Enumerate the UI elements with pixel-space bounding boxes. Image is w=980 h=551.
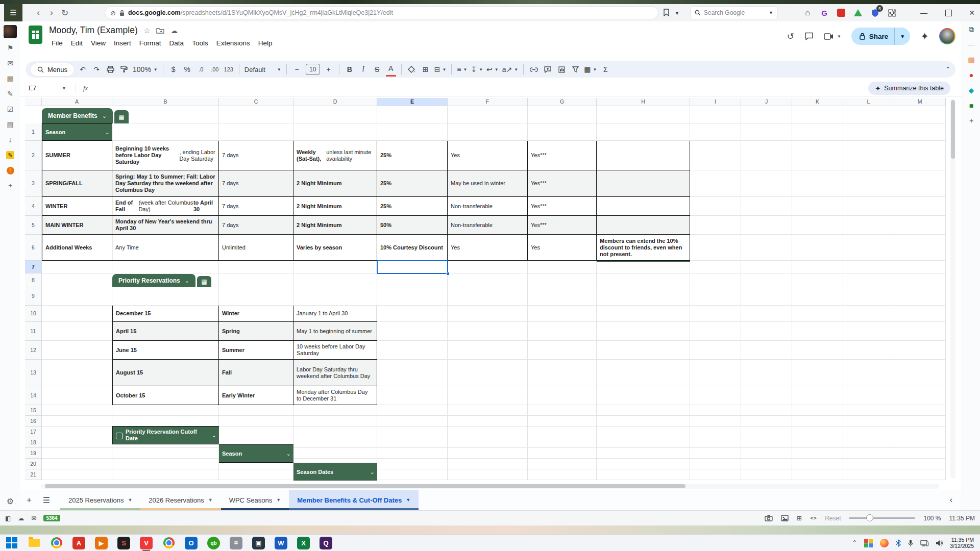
comments-icon[interactable]	[804, 32, 814, 40]
sheet-tab-dropdown[interactable]: ▼	[406, 497, 410, 503]
cell-F8[interactable]	[448, 273, 528, 287]
cell-M1[interactable]	[894, 123, 946, 141]
cell-A16[interactable]	[42, 416, 112, 427]
row-header-19[interactable]: 19	[25, 448, 42, 459]
cell-J21[interactable]	[741, 469, 792, 480]
cell-D2[interactable]: Weekly (Sat-Sat), unless last minute ava…	[293, 141, 377, 170]
horizontal-align-icon[interactable]: ≡▼	[457, 63, 467, 76]
address-bar[interactable]: ⊘ docs.google.com/spreadsheets/d/1SYuQMl…	[105, 6, 658, 19]
zoom-slider-knob[interactable]	[866, 514, 873, 521]
cell-D9[interactable]	[293, 287, 377, 306]
cell-J9[interactable]	[741, 287, 792, 306]
cell-C8[interactable]	[219, 273, 293, 287]
cell-M10[interactable]	[894, 306, 946, 322]
drive-icon[interactable]	[853, 8, 863, 18]
cell-M6[interactable]	[894, 235, 946, 261]
cell-A20[interactable]	[42, 459, 112, 469]
cell-E10[interactable]	[377, 306, 448, 322]
cell-I6[interactable]	[690, 235, 741, 261]
row-header-16[interactable]: 16	[25, 416, 42, 427]
cell-G20[interactable]	[528, 459, 597, 469]
cell-band-J[interactable]	[741, 106, 792, 123]
zoom-reset-label[interactable]: Reset	[825, 515, 841, 522]
cell-E16[interactable]	[377, 416, 448, 427]
page-actions-icon[interactable]: <>	[810, 515, 817, 521]
cell-F19[interactable]	[448, 448, 528, 459]
cell-D8[interactable]	[293, 273, 377, 287]
cell-F21[interactable]	[448, 469, 528, 480]
cell-M16[interactable]	[894, 416, 946, 427]
column-header-I[interactable]: I	[690, 98, 741, 106]
cell-I11[interactable]	[690, 322, 741, 341]
cell-L13[interactable]	[843, 360, 894, 386]
print-icon[interactable]	[105, 63, 115, 76]
cell-L15[interactable]	[843, 405, 894, 416]
cell-H8[interactable]	[597, 273, 690, 287]
cell-K8[interactable]	[792, 273, 843, 287]
cell-D17[interactable]	[293, 427, 377, 437]
cell-A5[interactable]: MAIN WINTER	[42, 216, 112, 235]
taskbar-quickbooks-icon[interactable]: qb	[207, 537, 220, 549]
cell-K16[interactable]	[792, 416, 843, 427]
cell-G14[interactable]	[528, 386, 597, 405]
sync-cloud-icon[interactable]: ☁	[18, 515, 24, 522]
cell-A15[interactable]	[42, 405, 112, 416]
cell-F14[interactable]	[448, 386, 528, 405]
cell-A14[interactable]	[42, 386, 112, 405]
column-header-F[interactable]: F	[448, 98, 528, 106]
priority-table-header-2[interactable]: Season⌄	[219, 444, 293, 463]
cell-G7[interactable]	[528, 261, 597, 273]
zoom-slider[interactable]	[849, 517, 915, 519]
cell-A9[interactable]	[42, 287, 112, 306]
speaker-icon[interactable]	[936, 540, 943, 546]
cell-J2[interactable]	[741, 141, 792, 170]
taskbar-app-grid[interactable]: ⌗	[230, 537, 242, 549]
highlight-panel-icon[interactable]: ✎	[0, 147, 20, 163]
cell-G9[interactable]	[528, 287, 597, 306]
cell-B14[interactable]: October 15	[112, 386, 219, 405]
cell-G2[interactable]: Yes***	[528, 141, 597, 170]
tab-scroll-left-icon[interactable]: ‹	[950, 495, 952, 505]
table-options-icon[interactable]: ▦	[114, 110, 129, 123]
cell-C11[interactable]: Spring	[219, 322, 293, 341]
cell-G10[interactable]	[528, 306, 597, 322]
increase-font-size-icon[interactable]: +	[324, 63, 334, 76]
taskbar-clock[interactable]: 11:35 PM 3/12/2025	[950, 537, 974, 549]
selected-cell-E7[interactable]	[377, 260, 448, 274]
cell-I12[interactable]	[690, 341, 741, 360]
cell-J20[interactable]	[741, 459, 792, 469]
row-header-1[interactable]: 1	[25, 123, 42, 141]
cell-A17[interactable]	[42, 427, 112, 437]
cell-L21[interactable]	[843, 469, 894, 480]
cell-I16[interactable]	[690, 416, 741, 427]
taskbar-file-explorer[interactable]	[28, 537, 40, 549]
cell-B9[interactable]	[112, 287, 219, 306]
merge-cells-icon[interactable]: ⊟▼	[434, 63, 447, 76]
cell-E9[interactable]	[377, 287, 448, 306]
capture-camera-icon[interactable]	[765, 515, 773, 521]
cell-K1[interactable]	[792, 123, 843, 141]
cell-H10[interactable]	[597, 306, 690, 322]
panel-app-red2-icon[interactable]: ●	[962, 67, 980, 83]
settings-gear-icon[interactable]: ⚙	[0, 496, 20, 506]
cell-D11[interactable]: May 1 to beginning of summer	[293, 322, 377, 341]
column-filter-dropdown[interactable]: ⌄	[105, 129, 110, 136]
close-button[interactable]: ✕	[962, 4, 980, 21]
cell-C13[interactable]: Fall	[219, 360, 293, 386]
cell-K20[interactable]	[792, 459, 843, 469]
cell-F9[interactable]	[448, 287, 528, 306]
cell-I21[interactable]	[690, 469, 741, 480]
add-web-panel-icon[interactable]: ＋	[0, 178, 20, 193]
bookmarks-icon[interactable]: ⚑	[0, 40, 20, 56]
cell-band-I[interactable]	[690, 106, 741, 123]
cell-B20[interactable]	[112, 459, 219, 469]
cell-M21[interactable]	[894, 469, 946, 480]
menu-insert[interactable]: Insert	[110, 38, 135, 48]
cell-A13[interactable]	[42, 360, 112, 386]
panel-divider-icon[interactable]: —	[962, 37, 980, 52]
cell-E21[interactable]	[377, 469, 448, 480]
menu-help[interactable]: Help	[255, 38, 276, 48]
functions-sigma-icon[interactable]: Σ	[600, 63, 610, 76]
decrease-decimals-icon[interactable]: .0	[196, 63, 206, 76]
cell-I7[interactable]	[690, 261, 741, 273]
